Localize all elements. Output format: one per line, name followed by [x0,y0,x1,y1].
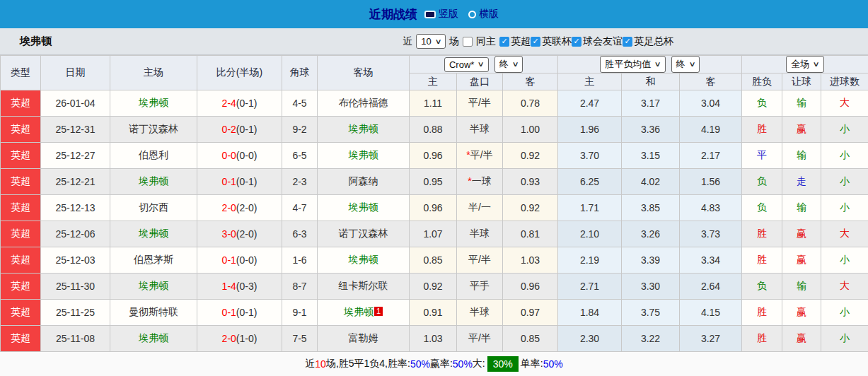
competition-checkbox[interactable]: ✓ [531,37,540,47]
odds-company-select[interactable]: Crow* ∨ [444,57,489,72]
match-row: 英超 25-12-03 伯恩茅斯 0-1(0-0) 1-6 埃弗顿 0.85 平… [1,247,868,274]
result-goals: 小 [821,300,868,326]
match-score: 0-1(0-1) [197,169,282,195]
halftime-score: (0-1) [236,307,257,318]
fulltime-score: 2-4 [222,98,236,109]
result-wdl: 负 [742,274,782,300]
red-card-badge: 1 [374,307,383,316]
avg-draw-odds: 3.75 [622,300,680,326]
handicap-line: 平/半 [457,90,503,117]
halftime-score: (0-0) [236,150,257,161]
avg-away-odds: 2.17 [680,143,742,169]
period-group-header: 全场 ∨ [742,56,868,74]
period-select[interactable]: 全场 ∨ [786,56,823,73]
same-home-checkbox[interactable] [463,37,473,47]
competition-checkbox[interactable]: ✓ [499,37,509,47]
result-wdl: 胜 [742,117,782,143]
result-handicap: 赢 [782,247,821,274]
result-handicap: 输 [782,143,821,169]
league-badge: 英超 [1,300,41,326]
competition-filter-item: ✓英联杯 [531,35,572,48]
summary-segment: 胜率: [388,358,410,370]
same-home-label: 同主 [476,35,496,48]
summary-bar: 近10场,胜5平1负4, 胜率:50% 赢率:50% 大:30% 单率:50% [0,352,868,376]
avg-type-value: 胜平负均值 [605,58,651,71]
avg-away-odds: 3.73 [680,221,742,247]
away-team-name: 埃弗顿 [318,117,410,143]
match-date: 25-12-03 [41,247,110,274]
result-goals: 大 [821,221,868,247]
result-goals: 小 [821,143,868,169]
home-team-name: 切尔西 [110,195,197,221]
team-name: 埃弗顿 [20,35,52,48]
col-header-date: 日期 [41,56,110,90]
result-wdl: 胜 [742,221,782,247]
avg-away-odds: 3.04 [680,90,742,117]
matches-label: 场 [449,35,459,48]
odds-final-select[interactable]: 终 ∨ [494,56,523,73]
result-wdl: 胜 [742,247,782,274]
corner-score: 4-7 [282,195,318,221]
page-title: 近期战绩 [369,6,417,23]
halftime-score: (1-0) [236,333,257,344]
handicap-line: *一球 [457,169,503,195]
match-row: 英超 25-12-31 诺丁汉森林 0-2(0-1) 9-2 埃弗顿 0.88 … [1,117,868,143]
col-header-wdl: 胜负 [742,74,782,90]
handicap-odds-home: 0.96 [410,143,457,169]
home-team-name: 曼彻斯特联 [110,300,197,326]
competition-checkbox[interactable]: ✓ [572,37,581,47]
avg-final-select[interactable]: 终 ∨ [671,56,700,73]
league-badge: 英超 [1,195,41,221]
avg-draw-odds: 3.30 [622,274,680,300]
avg-away-odds: 4.15 [680,300,742,326]
radio-horizontal-layout[interactable]: 横版 [468,8,499,20]
avg-type-select[interactable]: 胜平负均值 ∨ [600,56,665,73]
summary-segment: 赢率: [430,358,453,370]
table-group-header-row: 类型 日期 主场 比分(半场) 角球 客场 Crow* ∨ 终 ∨ [1,56,868,74]
match-score: 0-0(0-0) [197,143,282,169]
fulltime-score: 0-0 [222,150,236,161]
title-bar: 近期战绩 竖版 横版 [0,0,868,28]
chevron-down-icon: ∨ [478,61,485,68]
avg-home-odds: 2.71 [558,274,622,300]
match-score: 0-1(0-1) [197,300,282,326]
home-team-name: 埃弗顿 [110,326,197,352]
result-wdl: 负 [742,169,782,195]
league-badge: 英超 [1,326,41,352]
radio-vertical-layout[interactable]: 竖版 [424,8,458,20]
competition-label: 英联杯 [542,35,572,48]
match-date: 25-11-08 [41,326,110,352]
home-team-name: 伯恩茅斯 [110,247,197,274]
summary-segment: 10 [315,358,326,370]
handicap-odds-away: 0.92 [503,195,558,221]
handicap-odds-away: 0.78 [503,90,558,117]
handicap-line: 平/半 [457,326,503,352]
fulltime-score: 0-1 [222,176,236,187]
col-header-avg-away: 客 [680,74,742,90]
league-badge: 英超 [1,143,41,169]
avg-home-odds: 1.96 [558,117,622,143]
fulltime-score: 3-0 [222,228,236,240]
match-score: 2-0(1-0) [197,326,282,352]
chevron-down-icon: ∨ [813,61,820,68]
period-value: 全场 [791,58,809,71]
handicap-line: 平/半 [457,247,503,274]
match-count-select[interactable]: 10 ∨ [416,34,446,49]
match-row: 英超 26-01-04 埃弗顿 2-4(0-1) 4-5 布伦特福德 1.11 … [1,90,868,117]
away-team-name: 富勒姆 [318,326,410,352]
match-date: 25-12-21 [41,169,110,195]
corner-score: 7-5 [282,326,318,352]
col-header-odds-away: 客 [503,74,558,90]
result-goals: 小 [821,117,868,143]
match-row: 英超 25-11-25 曼彻斯特联 0-1(0-1) 9-1 埃弗顿1 0.91… [1,300,868,326]
summary-segment: 50% [453,358,473,370]
result-wdl: 负 [742,195,782,221]
competition-checkbox[interactable]: ✓ [623,37,632,47]
odds-final-value: 终 [499,58,509,71]
match-date: 26-01-04 [41,90,110,117]
handicap-odds-away: 0.85 [503,326,558,352]
handicap-odds-away: 0.96 [503,274,558,300]
summary-segment: 50% [410,358,430,370]
col-header-score: 比分(半场) [197,56,282,90]
col-header-handicap: 盘口 [457,74,503,90]
